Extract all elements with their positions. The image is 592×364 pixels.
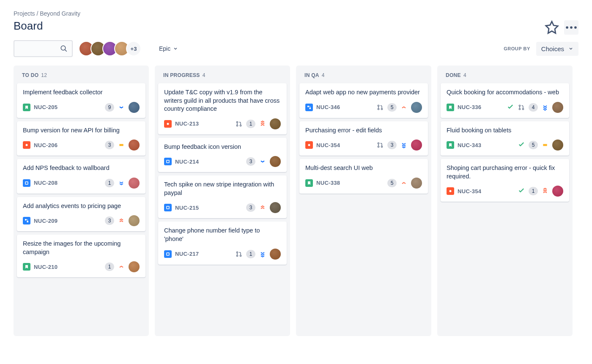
svg-point-25 [378,146,379,147]
search-input[interactable] [14,40,73,57]
assignee-avatar[interactable] [129,261,140,272]
story-issue-icon [447,104,454,111]
svg-point-20 [378,105,379,106]
priority-lowest-blue-icon [541,104,549,111]
svg-point-0 [566,26,568,29]
issue-card[interactable]: Purchasing error - edit fieldsNUC-3543 [299,121,428,156]
issue-card[interactable]: Resize the images for the upcoming campa… [17,235,145,277]
card-title: Change phone number field type to 'phone… [164,227,281,243]
pull-request-icon [235,120,243,128]
svg-point-21 [378,108,379,109]
column-count: 4 [322,72,325,78]
task-issue-icon [164,250,172,258]
priority-high-icon [118,217,125,224]
assignee-avatar[interactable] [270,156,281,167]
svg-point-9 [236,121,238,123]
issue-card[interactable]: Tech spike on new stripe integration wit… [158,175,287,218]
svg-point-3 [61,46,66,50]
assignee-avatar[interactable] [129,140,140,151]
story-points-badge: 1 [529,187,538,195]
assignee-avatar[interactable] [552,140,563,151]
assignee-avatar[interactable] [411,178,422,189]
assignee-avatar[interactable] [411,102,422,113]
star-button[interactable] [545,20,559,35]
issue-key: NUC-209 [34,218,58,224]
svg-rect-5 [25,182,28,184]
issue-card[interactable]: Update T&C copy with v1.9 from the write… [158,83,287,134]
assignee-avatar[interactable] [129,215,140,226]
issue-card[interactable]: Shoping cart purchasing error - quick fi… [441,159,569,202]
story-points-badge: 3 [246,157,255,166]
chevron-down-icon [568,46,573,51]
board-column: DONE4Quick booking for accommodations - … [437,66,573,336]
column-title: IN PROGRESS [163,72,200,78]
issue-key: NUC-215 [175,205,199,211]
assignee-filter[interactable]: +3 [79,41,141,56]
priority-low-icon [259,158,266,165]
assignee-avatar[interactable] [129,102,140,113]
search-icon [60,45,68,52]
assignee-avatar[interactable] [411,140,422,151]
assignee-avatar[interactable] [552,186,563,197]
svg-point-23 [308,144,310,146]
groupby-label: GROUP BY [504,46,530,51]
assignee-avatar[interactable] [270,118,281,129]
card-title: Add analytics events to pricing page [23,202,140,211]
svg-point-8 [167,123,169,125]
card-title: Resize the images for the upcoming campa… [23,240,140,256]
story-points-badge: 3 [246,203,255,212]
breadcrumb-projects[interactable]: Projects [14,10,35,17]
issue-key: NUC-354 [316,142,340,148]
assignee-avatar[interactable] [552,102,563,113]
pull-request-icon [376,141,384,149]
page-title: Board [14,19,578,33]
board-column: IN PROGRESS4Update T&C copy with v1.9 fr… [155,66,290,336]
svg-point-2 [574,26,577,29]
column-title: DONE [446,72,461,78]
story-points-badge: 1 [105,263,114,271]
issue-card[interactable]: Bump version for new API for billingNUC-… [17,121,145,156]
assignee-avatar[interactable] [270,249,281,260]
assignee-avatar[interactable] [270,202,281,213]
svg-point-28 [519,108,520,109]
issue-key: NUC-338 [316,180,340,186]
task-issue-icon [164,158,172,165]
issue-card[interactable]: Change phone number field type to 'phone… [158,222,287,264]
priority-low-icon [118,104,125,111]
svg-point-1 [570,26,573,29]
avatar-overflow[interactable]: +3 [126,41,141,56]
groupby-select[interactable]: Choices [536,42,578,56]
column-header: IN QA4 [299,66,428,83]
issue-card[interactable]: Bump feedback icon versionNUC-2143 [158,138,287,172]
chevron-down-icon [173,46,178,51]
bug-issue-icon [164,120,172,128]
priority-highest-icon [541,187,549,195]
svg-point-10 [236,125,238,126]
priority-mediumhigh-icon [400,104,408,111]
issue-card[interactable]: Adapt web app no new payments providerNU… [299,83,428,118]
issue-card[interactable]: Add NPS feedback to wallboardNUC-2081 [17,159,145,194]
issue-card[interactable]: Quick booking for accommodations - webNU… [441,83,569,118]
more-button[interactable] [564,20,578,35]
svg-rect-6 [25,219,27,221]
issue-card[interactable]: Implement feedback collectorNUC-2059 [17,83,145,118]
priority-medium-icon [541,141,549,149]
assignee-avatar[interactable] [129,178,140,189]
breadcrumb-project[interactable]: Beyond Gravity [40,10,80,17]
epic-dropdown[interactable]: Epic [155,43,182,55]
pull-request-icon [235,250,243,258]
issue-card[interactable]: Fluid booking on tabletsNUC-3435 [441,121,569,156]
issue-key: NUC-208 [34,180,58,186]
svg-rect-14 [167,253,169,255]
issue-card[interactable]: Multi-dest search UI webNUC-3385 [299,159,428,194]
card-title: Add NPS feedback to wallboard [23,164,140,172]
issue-key: NUC-354 [458,188,481,194]
svg-rect-19 [310,107,311,109]
card-title: Adapt web app no new payments provider [305,88,422,97]
card-title: Multi-dest search UI web [305,164,422,172]
card-title: Bump feedback icon version [164,143,281,151]
issue-card[interactable]: Add analytics events to pricing pageNUC-… [17,197,145,232]
story-points-badge: 5 [529,141,538,149]
card-title: Quick booking for accommodations - web [447,88,563,97]
priority-mediumhigh-icon [400,179,408,187]
